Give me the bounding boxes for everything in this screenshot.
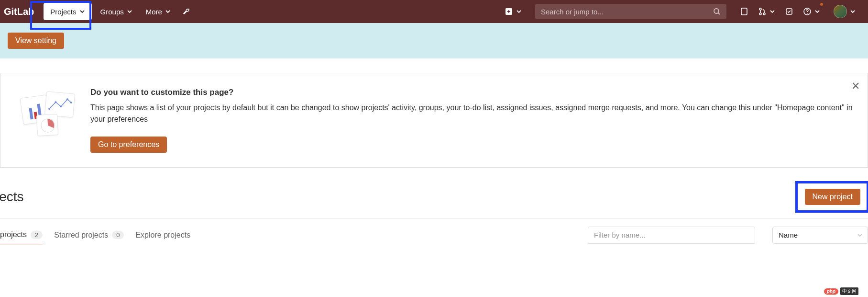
page-title: jects xyxy=(0,189,24,205)
close-icon[interactable]: ✕ xyxy=(851,80,860,92)
chevron-down-icon xyxy=(814,9,820,14)
svg-rect-2 xyxy=(741,8,747,15)
pie-chart-icon xyxy=(36,114,58,136)
nav-todos[interactable] xyxy=(780,0,798,23)
chevron-down-icon xyxy=(79,9,85,14)
nav-groups-label: Groups xyxy=(100,8,124,16)
user-avatar xyxy=(834,5,847,18)
svg-point-8 xyxy=(807,13,808,14)
filter-by-name-input[interactable]: Filter by name... xyxy=(588,227,755,244)
issues-icon xyxy=(740,7,748,16)
tab-your-projects[interactable]: projects 2 xyxy=(0,226,43,244)
tabs-row: projects 2 Starred projects 0 Explore pr… xyxy=(0,219,868,244)
nav-help[interactable] xyxy=(798,0,825,23)
todo-icon xyxy=(785,7,793,16)
go-to-preferences-button[interactable]: Go to preferences xyxy=(90,137,167,153)
svg-point-3 xyxy=(759,8,761,10)
customize-title: Do you want to customize this page? xyxy=(90,88,856,97)
chevron-down-icon xyxy=(769,9,775,14)
nav-plus[interactable] xyxy=(500,0,527,23)
nav-projects-label: Projects xyxy=(50,8,76,16)
customize-callout: Do you want to customize this page? This… xyxy=(0,73,868,168)
plus-square-icon xyxy=(505,7,513,16)
heading-row: jects New project xyxy=(0,168,868,219)
nav-more[interactable]: More xyxy=(139,0,177,23)
svg-point-4 xyxy=(759,13,761,15)
chevron-down-icon xyxy=(127,9,132,14)
svg-point-1 xyxy=(714,9,719,13)
nav-groups[interactable]: Groups xyxy=(94,0,139,23)
gitlab-logo[interactable]: GitLab xyxy=(0,6,38,17)
merge-request-icon xyxy=(758,7,767,16)
nav-merge-requests[interactable] xyxy=(753,0,780,23)
new-project-button[interactable]: New project xyxy=(805,189,860,205)
chevron-down-icon xyxy=(857,232,863,238)
nav-admin-wrench[interactable] xyxy=(177,0,196,23)
chevron-down-icon xyxy=(165,9,171,14)
tab-explore-projects[interactable]: Explore projects xyxy=(135,226,190,244)
filter-placeholder-text: Filter by name... xyxy=(594,231,646,239)
sort-dropdown[interactable]: Name xyxy=(772,227,868,244)
help-icon xyxy=(803,7,812,16)
search-input[interactable]: Search or jump to... xyxy=(535,4,726,19)
view-setting-button[interactable]: View setting xyxy=(8,33,64,49)
nav-issues[interactable] xyxy=(735,0,753,23)
tab-your-projects-count: 2 xyxy=(31,231,43,239)
chevron-down-icon xyxy=(850,9,856,14)
tab-explore-label: Explore projects xyxy=(135,231,190,240)
tab-starred-projects[interactable]: Starred projects 0 xyxy=(54,226,124,244)
nav-more-label: More xyxy=(146,8,162,16)
top-navbar: GitLab Projects Groups More Search or ju… xyxy=(0,0,868,23)
svg-point-5 xyxy=(763,13,765,15)
search-placeholder-text: Search or jump to... xyxy=(541,8,713,16)
tab-starred-label: Starred projects xyxy=(54,231,108,240)
search-icon xyxy=(713,8,721,15)
customize-illustration xyxy=(8,88,85,140)
tab-starred-count: 0 xyxy=(112,231,124,239)
nav-user-menu[interactable] xyxy=(825,0,860,23)
customize-description: This page shows a list of your projects … xyxy=(90,102,856,125)
line-chart-icon xyxy=(44,91,75,117)
sort-label: Name xyxy=(779,231,798,239)
nav-projects[interactable]: Projects xyxy=(44,3,91,20)
tab-your-projects-label: projects xyxy=(0,230,27,239)
wrench-icon xyxy=(182,7,191,16)
chevron-down-icon xyxy=(516,9,522,14)
settings-banner: View setting xyxy=(0,23,868,58)
